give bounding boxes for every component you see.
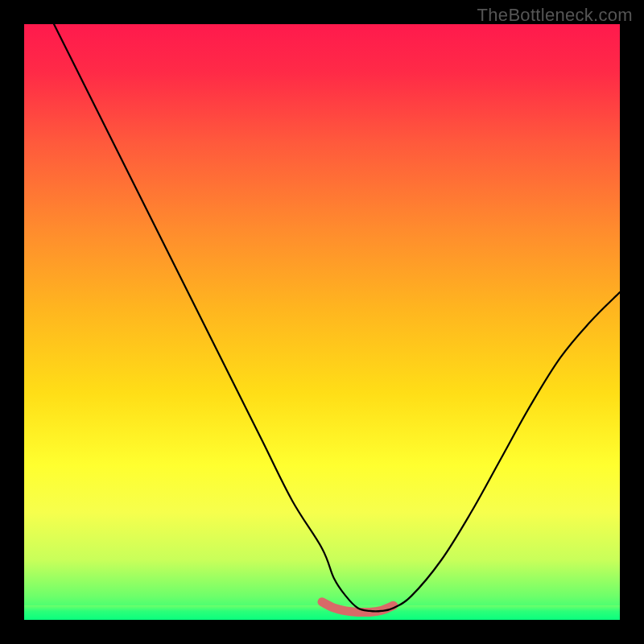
plot-area bbox=[24, 24, 620, 620]
green-bottom-band bbox=[24, 605, 620, 620]
watermark-text: TheBottleneck.com bbox=[477, 5, 633, 26]
gradient-background bbox=[24, 24, 620, 620]
chart-frame: TheBottleneck.com bbox=[0, 0, 644, 644]
